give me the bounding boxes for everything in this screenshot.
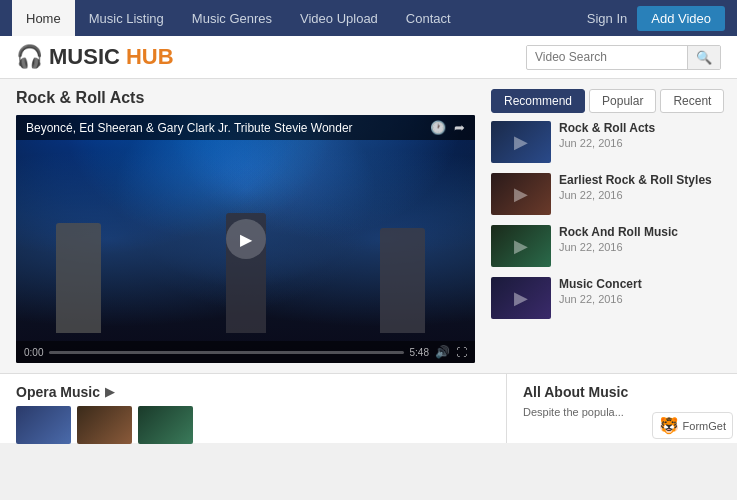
- thumb-4-inner: ▶: [491, 277, 551, 319]
- sidebar-item-1-title: Rock & Roll Acts: [559, 121, 655, 135]
- nav-right: Sign In Add Video: [587, 6, 725, 31]
- formget-label: FormGet: [683, 420, 726, 432]
- bottom-right-title: All About Music: [523, 384, 721, 400]
- share-icon: ➦: [454, 120, 465, 135]
- nav-item-video-upload[interactable]: Video Upload: [286, 0, 392, 36]
- right-column: Recommend Popular Recent ▶ Rock & Roll A…: [491, 89, 721, 363]
- right-arrow-icon: ▶: [105, 385, 114, 399]
- tab-recent[interactable]: Recent: [660, 89, 724, 113]
- video-title-bar: Beyoncé, Ed Sheeran & Gary Clark Jr. Tri…: [16, 115, 475, 140]
- play-button[interactable]: ▶: [226, 219, 266, 259]
- sidebar-item-1-date: Jun 22, 2016: [559, 137, 655, 149]
- main-nav: Home Music Listing Music Genres Video Up…: [0, 0, 737, 36]
- bottom-right: All About Music Despite the popula... 🐯 …: [507, 374, 737, 443]
- sidebar-item-1-info: Rock & Roll Acts Jun 22, 2016: [559, 121, 655, 149]
- search-input[interactable]: [527, 46, 687, 68]
- fullscreen-icon[interactable]: ⛶: [456, 346, 467, 358]
- headphone-icon: 🎧: [16, 44, 43, 70]
- logo-hub: HUB: [126, 44, 174, 70]
- main-content: Rock & Roll Acts Beyoncé, Ed Sheeran & G…: [0, 79, 737, 373]
- thumb-2-inner: ▶: [491, 173, 551, 215]
- bottom-left-title: Opera Music ▶: [16, 384, 490, 400]
- nav-item-music-genres[interactable]: Music Genres: [178, 0, 286, 36]
- bottom-thumb-3[interactable]: [138, 406, 193, 444]
- sidebar-item-4-title: Music Concert: [559, 277, 642, 291]
- video-controls: 0:00 5:48 🔊 ⛶: [16, 341, 475, 363]
- sidebar-item-2-date: Jun 22, 2016: [559, 189, 712, 201]
- logo-music: MUSIC: [49, 44, 120, 70]
- sidebar-item-4[interactable]: ▶ Music Concert Jun 22, 2016: [491, 277, 721, 319]
- logo: 🎧 MUSICHUB: [16, 44, 174, 70]
- sidebar-item-2[interactable]: ▶ Earliest Rock & Roll Styles Jun 22, 20…: [491, 173, 721, 215]
- sidebar-item-1[interactable]: ▶ Rock & Roll Acts Jun 22, 2016: [491, 121, 721, 163]
- video-title: Beyoncé, Ed Sheeran & Gary Clark Jr. Tri…: [26, 121, 353, 135]
- figure-left: [56, 223, 101, 333]
- sidebar-item-3-info: Rock And Roll Music Jun 22, 2016: [559, 225, 678, 253]
- nav-item-contact[interactable]: Contact: [392, 0, 465, 36]
- video-player[interactable]: Beyoncé, Ed Sheeran & Gary Clark Jr. Tri…: [16, 115, 475, 363]
- bottom-thumb-1[interactable]: [16, 406, 71, 444]
- formget-badge: 🐯 FormGet: [652, 412, 733, 439]
- formget-icon: 🐯: [659, 416, 679, 435]
- bottom-row: Opera Music ▶ All About Music Despite th…: [0, 373, 737, 443]
- thumb-4: ▶: [491, 277, 551, 319]
- tabs: Recommend Popular Recent: [491, 89, 721, 113]
- volume-icon[interactable]: 🔊: [435, 345, 450, 359]
- left-column: Rock & Roll Acts Beyoncé, Ed Sheeran & G…: [16, 89, 475, 363]
- thumb-3-inner: ▶: [491, 225, 551, 267]
- sidebar-item-2-title: Earliest Rock & Roll Styles: [559, 173, 712, 187]
- thumb-1-inner: ▶: [491, 121, 551, 163]
- thumb-1: ▶: [491, 121, 551, 163]
- site-header: 🎧 MUSICHUB 🔍: [0, 36, 737, 79]
- section-title: Rock & Roll Acts: [16, 89, 475, 107]
- sidebar-item-3-title: Rock And Roll Music: [559, 225, 678, 239]
- nav-items: Home Music Listing Music Genres Video Up…: [12, 0, 465, 36]
- opera-music-label: Opera Music: [16, 384, 100, 400]
- thumb-3: ▶: [491, 225, 551, 267]
- sign-in-button[interactable]: Sign In: [587, 11, 627, 26]
- progress-bar[interactable]: [49, 351, 403, 354]
- bottom-thumbnails: [16, 406, 490, 444]
- search-button[interactable]: 🔍: [687, 46, 720, 69]
- nav-item-home[interactable]: Home: [12, 0, 75, 36]
- bottom-left: Opera Music ▶: [0, 374, 507, 443]
- sidebar-item-3-date: Jun 22, 2016: [559, 241, 678, 253]
- duration-display: 5:48: [410, 347, 429, 358]
- search-box: 🔍: [526, 45, 721, 70]
- nav-item-music-listing[interactable]: Music Listing: [75, 0, 178, 36]
- video-icons: 🕐 ➦: [430, 120, 465, 135]
- sidebar-item-2-info: Earliest Rock & Roll Styles Jun 22, 2016: [559, 173, 712, 201]
- bottom-thumb-2[interactable]: [77, 406, 132, 444]
- time-display: 0:00: [24, 347, 43, 358]
- sidebar-item-4-date: Jun 22, 2016: [559, 293, 642, 305]
- clock-icon: 🕐: [430, 120, 446, 135]
- figure-right: [380, 228, 425, 333]
- sidebar-item-3[interactable]: ▶ Rock And Roll Music Jun 22, 2016: [491, 225, 721, 267]
- sidebar-item-4-info: Music Concert Jun 22, 2016: [559, 277, 642, 305]
- thumb-2: ▶: [491, 173, 551, 215]
- tab-recommend[interactable]: Recommend: [491, 89, 585, 113]
- tab-popular[interactable]: Popular: [589, 89, 656, 113]
- add-video-button[interactable]: Add Video: [637, 6, 725, 31]
